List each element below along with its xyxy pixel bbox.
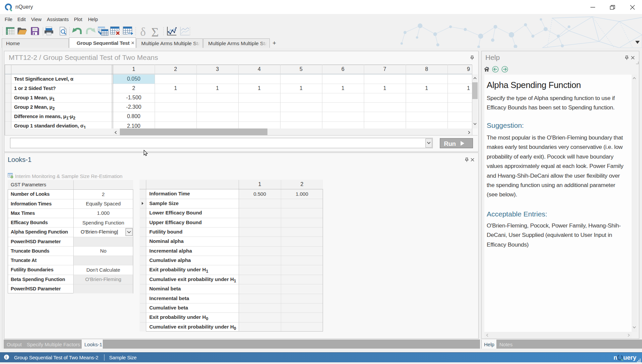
svg-text:n: n bbox=[614, 354, 617, 361]
svg-text:uery: uery bbox=[623, 354, 637, 361]
